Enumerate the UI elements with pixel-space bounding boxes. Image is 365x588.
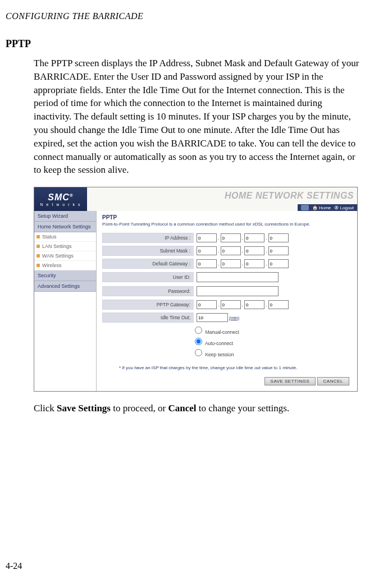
sidebar-item-setup-wizard[interactable]: Setup Wizard xyxy=(34,211,96,222)
gw-octet-2[interactable] xyxy=(221,259,241,268)
subnet-octet-3[interactable] xyxy=(244,246,264,255)
label-password: Password: xyxy=(102,286,194,296)
globe-icon xyxy=(301,205,309,210)
gw-octet-1[interactable] xyxy=(197,259,217,268)
radio-manual[interactable] xyxy=(195,327,202,334)
top-nav-bar: 🏠 Home ⦿ Logout xyxy=(298,204,357,211)
ip-octet-3[interactable] xyxy=(244,233,264,242)
cancel-button[interactable]: CANCEL xyxy=(317,377,349,385)
home-link[interactable]: 🏠 Home xyxy=(312,205,331,210)
sidebar-item-wan[interactable]: WAN Settings xyxy=(34,251,96,261)
section-heading: PPTP xyxy=(6,38,359,50)
pptpgw-octet-2[interactable] xyxy=(221,300,241,309)
sidebar: Setup Wizard Home Network Settings Statu… xyxy=(34,211,97,391)
subnet-octet-2[interactable] xyxy=(221,246,241,255)
password-field[interactable] xyxy=(197,286,279,296)
closing-paragraph: Click Save Settings to proceed, or Cance… xyxy=(34,402,359,415)
label-ip: IP Address : xyxy=(102,233,194,243)
subnet-octet-1[interactable] xyxy=(197,246,217,255)
gw-octet-3[interactable] xyxy=(244,259,264,268)
ip-octet-4[interactable] xyxy=(268,233,289,242)
intro-paragraph: The PPTP screen displays the IP Address,… xyxy=(34,57,359,177)
pptpgw-octet-4[interactable] xyxy=(268,300,289,309)
connect-mode-radios: Manual-connect Auto-connect Keep session xyxy=(102,325,352,359)
pptpgw-octet-1[interactable] xyxy=(197,300,217,309)
running-header: CONFIGURING THE BARRICADE xyxy=(6,11,359,21)
label-gateway: Default Gateway : xyxy=(102,259,194,269)
gw-octet-4[interactable] xyxy=(268,259,289,268)
label-subnet: Subnet Mask : xyxy=(102,246,194,256)
content-title: PPTP xyxy=(102,214,352,220)
radio-auto[interactable] xyxy=(195,338,202,345)
subnet-octet-4[interactable] xyxy=(268,246,289,255)
label-idle: Idle Time Out: xyxy=(102,313,194,323)
sidebar-item-home-network[interactable]: Home Network Settings xyxy=(34,222,96,232)
sidebar-item-wireless[interactable]: Wireless xyxy=(34,261,96,270)
userid-field[interactable] xyxy=(197,272,279,282)
brand-logo: SMC® N e t w o r k s xyxy=(34,187,87,211)
hint-text: * If you have an ISP that charges by the… xyxy=(119,365,352,370)
banner-title: HOME NETWORK SETTINGS xyxy=(225,191,354,201)
label-pptp-gateway: PPTP Gateway: xyxy=(102,300,194,310)
idle-unit: (min) xyxy=(229,315,239,320)
sidebar-item-advanced[interactable]: Advanced Settings xyxy=(34,281,96,292)
sidebar-item-security[interactable]: Security xyxy=(34,270,96,281)
sidebar-item-lan[interactable]: LAN Settings xyxy=(34,242,96,251)
logout-link[interactable]: ⦿ Logout xyxy=(334,205,354,210)
content-description: Point-to-Point Tunneling Protocol is a c… xyxy=(102,222,352,227)
content-panel: PPTP Point-to-Point Tunneling Protocol i… xyxy=(97,211,357,391)
ip-octet-2[interactable] xyxy=(221,233,241,242)
ip-octet-1[interactable] xyxy=(197,233,217,242)
label-userid: User ID: xyxy=(102,272,194,282)
sidebar-item-status[interactable]: Status xyxy=(34,232,96,242)
idle-timeout-field[interactable] xyxy=(197,313,228,322)
save-settings-button[interactable]: SAVE SETTINGS xyxy=(264,377,316,385)
router-screenshot: SMC® N e t w o r k s HOME NETWORK SETTIN… xyxy=(34,187,358,392)
radio-keep[interactable] xyxy=(195,349,202,356)
pptpgw-octet-3[interactable] xyxy=(244,300,264,309)
